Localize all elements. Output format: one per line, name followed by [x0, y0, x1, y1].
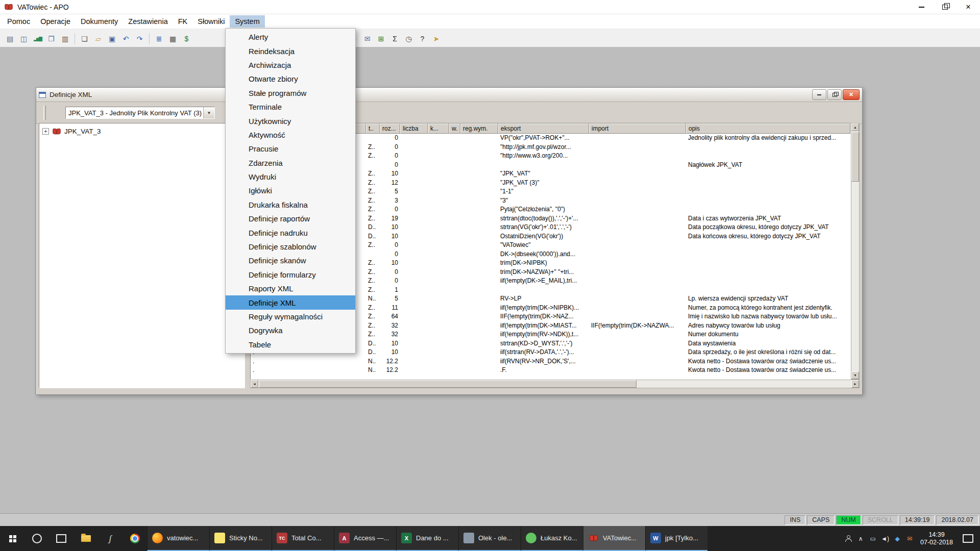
system-menu-item-drukarka-fiskalna[interactable]: Drukarka fiskalna — [226, 198, 355, 212]
table-icon[interactable]: ▦ — [166, 32, 179, 45]
calculator-icon[interactable]: ⊞ — [375, 32, 387, 45]
close-button[interactable]: ✕ — [957, 0, 980, 14]
menubar-item-zestawienia[interactable]: Zestawienia — [123, 15, 173, 28]
menubar-item-pomoc[interactable]: Pomoc — [2, 15, 35, 28]
save-icon[interactable]: ▣ — [106, 32, 118, 45]
system-menu-item-definicje-xml[interactable]: Definicje XML — [226, 295, 355, 309]
scroll-right-button[interactable]: ► — [851, 380, 859, 388]
menubar-item-operacje[interactable]: Operacje — [35, 15, 76, 28]
horizontal-scrollbar-track[interactable] — [636, 380, 851, 388]
horizontal-scrollbar[interactable]: ◄ ► — [250, 380, 860, 388]
chevron-up-icon[interactable]: ∧ — [854, 526, 867, 551]
minimize-button[interactable] — [910, 0, 933, 14]
taskbar-button-jpk-tylko[interactable]: Wjpk [Tylko... — [645, 526, 707, 551]
system-menu-item-archiwizacja[interactable]: Archiwizacja — [226, 58, 355, 72]
copy-pages-icon[interactable]: ❐ — [45, 32, 58, 45]
open-folder-icon[interactable]: ▱ — [92, 32, 105, 45]
tree-item-jpk-vat-3[interactable]: + JPK_VAT_3 — [42, 128, 241, 135]
grid-column-header-opis[interactable]: opis — [686, 123, 850, 134]
sum-icon[interactable]: Σ — [388, 32, 401, 45]
grid-column-header-t[interactable]: t.. — [366, 123, 380, 134]
chrome-icon-button[interactable] — [122, 526, 147, 551]
system-menu-item-regu-y-wymagalno-ci[interactable]: Reguły wymagalności — [226, 310, 355, 323]
taskbar-button-olek-ole[interactable]: Olek - ole... — [458, 526, 521, 551]
system-menu-item-tabele[interactable]: Tabele — [226, 338, 355, 352]
grid-column-header-w[interactable]: w. — [449, 123, 460, 134]
grid-column-header-roz[interactable]: roz... — [380, 123, 400, 134]
system-menu-item-definicje-formularzy[interactable]: Definicje formularzy — [226, 268, 355, 282]
tree-expand-button[interactable]: + — [42, 128, 49, 135]
scroll-down-button[interactable]: ▼ — [851, 371, 859, 379]
definition-combobox[interactable]: JPK_VAT_3 - Jednolity Plik Kontrolny VAT… — [65, 107, 215, 119]
system-menu-item-dogrywka[interactable]: Dogrywka — [226, 323, 355, 337]
app-titlebar[interactable]: VATowiec - APO ✕ — [0, 0, 980, 14]
grid-column-header-k[interactable]: k... — [428, 123, 449, 134]
exit-icon[interactable]: ➤ — [430, 32, 443, 45]
system-menu-item-sta-e-program-w[interactable]: Stałe programów — [226, 86, 355, 100]
taskbar-button-access[interactable]: AAccess —... — [334, 526, 396, 551]
child-minimize-button[interactable] — [812, 89, 826, 100]
menubar-item-s-owniki[interactable]: Słowniki — [192, 15, 230, 28]
copy-icon[interactable]: ❏ — [78, 32, 91, 45]
taskbar-button-vatowiec[interactable]: vatowiec... — [147, 526, 209, 551]
file-explorer-icon-button[interactable] — [74, 526, 98, 551]
system-menu-item-u-ytkownicy[interactable]: Użytkownicy — [226, 114, 355, 128]
child-close-button[interactable]: ✕ — [843, 89, 860, 100]
system-menu-item-pracusie[interactable]: Pracusie — [226, 142, 355, 156]
system-menu-item-otwarte-zbiory[interactable]: Otwarte zbiory — [226, 72, 355, 86]
undo-icon[interactable]: ↶ — [119, 32, 132, 45]
menubar-item-system[interactable]: System — [230, 15, 264, 28]
help-icon[interactable]: ? — [416, 32, 429, 45]
child-restore-button[interactable] — [827, 89, 842, 100]
report-icon[interactable]: ▥ — [59, 32, 71, 45]
money-icon[interactable]: $ — [180, 32, 193, 45]
chart-icon[interactable]: ▂▅▇ — [31, 32, 44, 45]
system-menu-item-terminale[interactable]: Terminale — [226, 100, 355, 114]
system-menu-item-ig-wki[interactable]: Igłówki — [226, 184, 355, 197]
system-menu-item-definicje-szablon-w[interactable]: Definicje szablonów — [226, 240, 355, 254]
system-menu-item-definicje-nadruku[interactable]: Definicje nadruku — [226, 226, 355, 239]
scroll-left-button[interactable]: ◄ — [251, 380, 258, 388]
system-menu-item-definicje-skan-w[interactable]: Definicje skanów — [226, 254, 355, 267]
taskbar-button-ukasz-ko[interactable]: Łukasz Ko... — [521, 526, 583, 551]
vertical-scrollbar-thumb[interactable] — [851, 132, 859, 182]
battery-icon[interactable]: ▭ — [867, 526, 879, 551]
list-icon[interactable]: ≣ — [153, 32, 165, 45]
grid-column-header-import[interactable]: import — [589, 123, 686, 134]
vertical-scrollbar[interactable]: ▲ ▼ — [851, 123, 860, 380]
action-center-button[interactable] — [958, 534, 978, 543]
menubar-item-fk[interactable]: FK — [173, 15, 193, 28]
task-view-icon-button[interactable] — [49, 526, 74, 551]
people-button[interactable] — [842, 526, 854, 551]
scroll-up-button[interactable]: ▲ — [851, 123, 859, 131]
taskbar-button-dane-do[interactable]: XDane do ... — [396, 526, 458, 551]
system-menu-item-zdarzenia[interactable]: Zdarzenia — [226, 156, 355, 170]
system-menu-item-aktywno[interactable]: Aktywność — [226, 128, 355, 142]
tray-clock[interactable]: 14:39 07-02-2018 — [916, 531, 958, 546]
taskbar-button-total-co[interactable]: TCTotal Co... — [272, 526, 334, 551]
taskbar-button-sticky-no[interactable]: Sticky No... — [209, 526, 272, 551]
child-window-titlebar[interactable]: Definicje XML ✕ — [36, 88, 862, 102]
tray-app-icon[interactable]: ◆ — [891, 526, 903, 551]
grid-column-header-eksport[interactable]: eksport — [498, 123, 589, 134]
menubar-item-dokumenty[interactable]: Dokumenty — [76, 15, 123, 28]
system-menu-item-wydruki[interactable]: Wydruki — [226, 170, 355, 184]
combobox-dropdown-button[interactable]: ▼ — [203, 107, 214, 118]
vertical-scrollbar-track[interactable] — [851, 182, 859, 371]
restore-button[interactable] — [933, 0, 957, 14]
system-menu-item-reindeksacja[interactable]: Reindeksacja — [226, 44, 355, 58]
start-button[interactable] — [0, 526, 24, 551]
system-menu-item-definicje-raport-w[interactable]: Definicje raportów — [226, 212, 355, 226]
search-icon-button[interactable] — [24, 526, 49, 551]
print-preview-icon[interactable]: ◫ — [17, 32, 30, 45]
horizontal-scrollbar-thumb[interactable] — [259, 380, 636, 388]
message-icon[interactable]: ✉ — [361, 32, 374, 45]
system-menu-item-alerty[interactable]: Alerty — [226, 30, 355, 44]
grid-row[interactable]: .N..12.2.F.Kwota netto - Dostawa towarów… — [251, 366, 850, 375]
print-icon[interactable]: ▤ — [4, 32, 16, 45]
taskbar-button-vatowiec[interactable]: VATowiec... — [583, 526, 645, 551]
redo-icon[interactable]: ↷ — [133, 32, 146, 45]
system-menu-item-raporty-xml[interactable]: Raporty XML — [226, 282, 355, 295]
mail-icon[interactable]: ✉ — [903, 526, 916, 551]
grid-column-header-liczba[interactable]: liczba — [400, 123, 428, 134]
